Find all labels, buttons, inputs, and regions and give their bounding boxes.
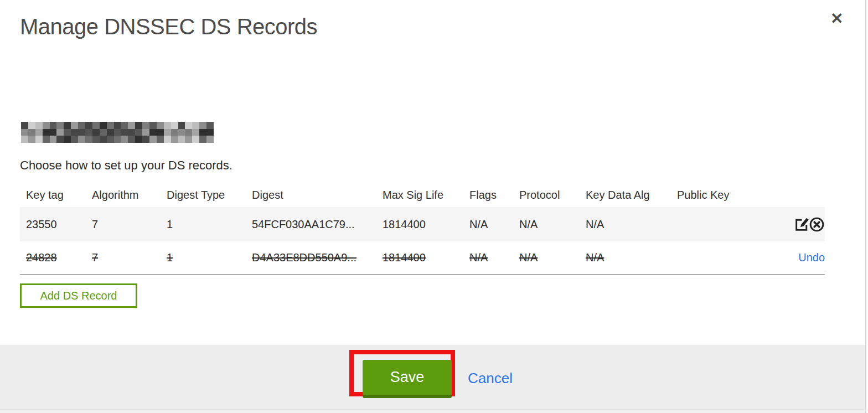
cell-key-tag: 24828 bbox=[26, 251, 92, 264]
cell-key-tag: 23550 bbox=[26, 218, 92, 231]
header-digest: Digest bbox=[252, 189, 383, 202]
cell-algorithm: 7 bbox=[92, 251, 167, 264]
cell-key-data-alg: N/A bbox=[586, 251, 677, 264]
cell-digest: 54FCF030AA1C79... bbox=[252, 218, 383, 231]
window-right-edge bbox=[865, 0, 866, 413]
header-algorithm: Algorithm bbox=[92, 189, 167, 202]
cell-max-sig-life: 1814400 bbox=[383, 218, 469, 231]
cell-digest-type: 1 bbox=[167, 218, 252, 231]
table-row-deleted: 24828 7 1 D4A33E8DD550A9... 1814400 N/A … bbox=[20, 241, 825, 275]
page-title: Manage DNSSEC DS Records bbox=[20, 14, 317, 39]
table-row: 23550 7 1 54FCF030AA1C79... 1814400 N/A … bbox=[20, 207, 825, 241]
header-public-key: Public Key bbox=[677, 189, 788, 202]
delete-icon[interactable] bbox=[809, 216, 825, 233]
cell-flags: N/A bbox=[469, 251, 519, 264]
row-actions: Undo bbox=[788, 251, 825, 264]
cell-protocol: N/A bbox=[519, 218, 586, 231]
header-max-sig-life: Max Sig Life bbox=[383, 189, 469, 202]
cancel-link[interactable]: Cancel bbox=[468, 370, 513, 387]
add-ds-record-button[interactable]: Add DS Record bbox=[20, 283, 137, 308]
manage-dnssec-modal: Manage DNSSEC DS Records ✕ Choose how to… bbox=[0, 0, 868, 413]
window-bottom-edge bbox=[0, 410, 868, 413]
redacted-domain-name bbox=[21, 122, 214, 143]
close-icon[interactable]: ✕ bbox=[830, 11, 843, 27]
modal-footer: Save Cancel bbox=[0, 345, 868, 410]
header-digest-type: Digest Type bbox=[167, 189, 252, 202]
cell-key-data-alg: N/A bbox=[586, 218, 677, 231]
cell-algorithm: 7 bbox=[92, 218, 167, 231]
header-key-tag: Key tag bbox=[26, 189, 92, 202]
ds-records-table: Key tag Algorithm Digest Type Digest Max… bbox=[20, 183, 825, 275]
instruction-text: Choose how to set up your DS records. bbox=[20, 158, 232, 173]
cell-digest: D4A33E8DD550A9... bbox=[252, 251, 383, 264]
cell-protocol: N/A bbox=[519, 251, 586, 264]
annotation-highlight-box: Save bbox=[349, 350, 455, 396]
table-header-row: Key tag Algorithm Digest Type Digest Max… bbox=[20, 183, 825, 207]
save-button[interactable]: Save bbox=[363, 360, 452, 398]
cell-digest-type: 1 bbox=[167, 251, 252, 264]
undo-link[interactable]: Undo bbox=[798, 251, 825, 264]
row-actions bbox=[788, 216, 825, 233]
edit-icon[interactable] bbox=[794, 216, 810, 233]
header-flags: Flags bbox=[469, 189, 519, 202]
header-protocol: Protocol bbox=[519, 189, 586, 202]
cell-flags: N/A bbox=[469, 218, 519, 231]
cell-max-sig-life: 1814400 bbox=[383, 251, 469, 264]
header-key-data-alg: Key Data Alg bbox=[586, 189, 677, 202]
